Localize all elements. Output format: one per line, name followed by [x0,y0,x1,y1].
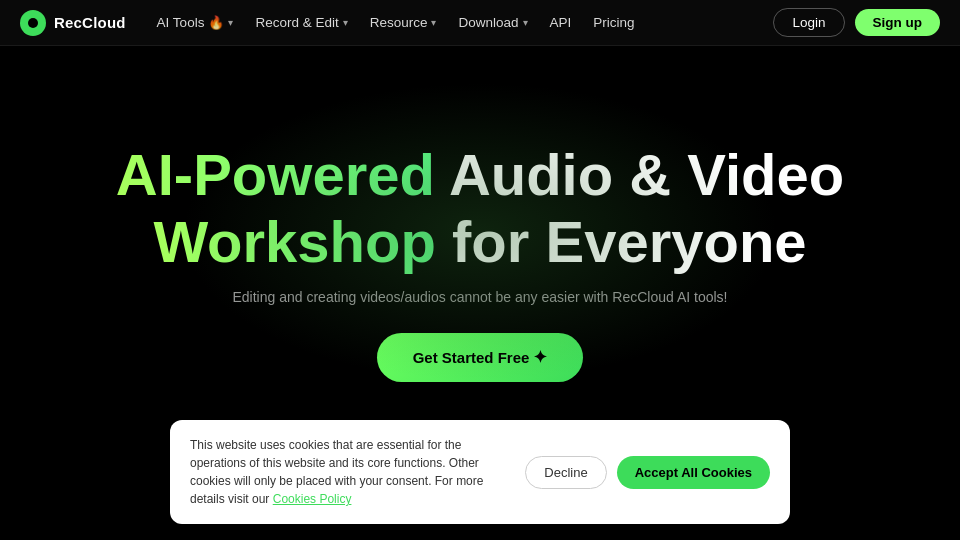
nav-right: Login Sign up [773,8,940,37]
fire-icon: 🔥 [208,15,224,30]
nav-item-download[interactable]: Download ▾ [449,10,536,35]
cookie-buttons: Decline Accept All Cookies [525,456,770,489]
chevron-down-icon: ▾ [523,17,528,28]
nav-item-pricing[interactable]: Pricing [584,10,643,35]
hero-subtitle: Editing and creating videos/audios canno… [233,289,728,305]
cta-label: Get Started Free [413,349,530,366]
signup-button[interactable]: Sign up [855,9,941,36]
cookies-policy-link[interactable]: Cookies Policy [273,492,352,506]
chevron-down-icon: ▾ [343,17,348,28]
hero-title-audio-video: Audio & Video [449,142,844,207]
logo-icon [20,10,46,36]
cookie-banner: This website uses cookies that are essen… [170,420,790,524]
nav-menu: AI Tools 🔥 ▾ Record & Edit ▾ Resource ▾ … [148,10,644,35]
logo[interactable]: RecCloud [20,10,126,36]
decline-button[interactable]: Decline [525,456,606,489]
hero-section: AI-Powered Audio & Video Workshop for Ev… [0,46,960,478]
chevron-down-icon: ▾ [431,17,436,28]
nav-left: RecCloud AI Tools 🔥 ▾ Record & Edit ▾ Re… [20,10,644,36]
nav-item-record[interactable]: Record & Edit ▾ [246,10,356,35]
nav-item-resource[interactable]: Resource ▾ [361,10,446,35]
navigation: RecCloud AI Tools 🔥 ▾ Record & Edit ▾ Re… [0,0,960,46]
chevron-down-icon: ▾ [228,17,233,28]
accept-cookies-button[interactable]: Accept All Cookies [617,456,770,489]
cta-plus-icon: ✦ [533,347,547,368]
login-button[interactable]: Login [773,8,844,37]
cookie-text: This website uses cookies that are essen… [190,436,509,508]
hero-title-for-everyone: for Everyone [452,209,807,274]
hero-title-workshop: Workshop [153,209,436,274]
hero-title-highlight: AI-Powered [116,142,435,207]
nav-item-api[interactable]: API [541,10,581,35]
get-started-button[interactable]: Get Started Free✦ [377,333,584,382]
nav-item-aitools[interactable]: AI Tools 🔥 ▾ [148,10,243,35]
brand-name: RecCloud [54,14,126,31]
hero-title: AI-Powered Audio & Video Workshop for Ev… [116,142,844,275]
